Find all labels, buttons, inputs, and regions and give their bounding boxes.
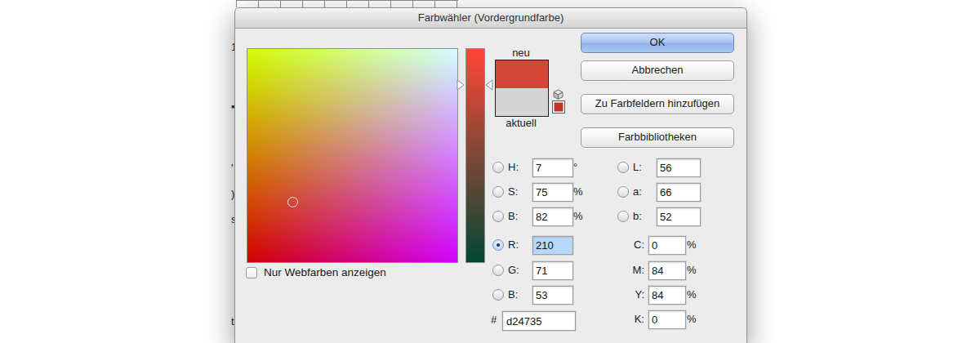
field-unit-c: %: [687, 238, 697, 251]
background-ruler: [236, 0, 458, 7]
field-unit-h: °: [573, 161, 577, 173]
radio-b[interactable]: [492, 211, 504, 222]
color-field[interactable]: [247, 48, 458, 263]
add-to-swatches-button[interactable]: Zu Farbfeldern hinzufügen: [581, 94, 734, 114]
field-input-b[interactable]: [532, 207, 573, 226]
field-label-h: H:: [508, 161, 519, 173]
new-color-swatch: [496, 60, 548, 88]
cancel-button[interactable]: Abbrechen: [581, 60, 734, 81]
radio-b2[interactable]: [492, 289, 504, 301]
field-input-l[interactable]: [657, 158, 701, 177]
color-libraries-button[interactable]: Farbbibliotheken: [581, 127, 734, 148]
hex-input[interactable]: [502, 311, 576, 331]
radio-h[interactable]: [492, 162, 504, 173]
dialog-titlebar[interactable]: Farbwähler (Vordergrundfarbe): [235, 8, 746, 29]
field-label-l: L:: [633, 161, 642, 173]
web-colors-label: Nur Webfarben anzeigen: [264, 266, 386, 278]
field-label-r: R:: [508, 238, 519, 251]
field-unit-b: %: [573, 210, 583, 222]
radio-r[interactable]: [492, 239, 504, 251]
field-input-s[interactable]: [532, 183, 573, 202]
slider-arrow-left-icon[interactable]: [485, 79, 493, 91]
field-input-y[interactable]: [648, 286, 686, 305]
radio-l[interactable]: [617, 162, 629, 173]
color-comparison-swatch: [495, 60, 549, 117]
hex-prefix-label: #: [491, 314, 497, 326]
ok-button[interactable]: OK: [581, 33, 734, 53]
field-label-g: G:: [508, 264, 519, 276]
field-label-lab-b: b:: [633, 210, 642, 222]
dialog-title: Farbwähler (Vordergrundfarbe): [418, 11, 564, 24]
color-slider[interactable]: [466, 48, 485, 263]
field-label-s: S:: [508, 185, 518, 198]
gamut-color-swatch[interactable]: [552, 100, 565, 114]
field-input-g[interactable]: [532, 261, 573, 280]
color-field-marker[interactable]: [287, 197, 298, 207]
color-picker-dialog: Farbwähler (Vordergrundfarbe) neu aktuel…: [234, 7, 747, 343]
field-label-b2: B:: [508, 288, 518, 301]
new-color-label: neu: [495, 47, 547, 59]
current-color-label: aktuell: [495, 117, 547, 129]
field-unit-k: %: [687, 313, 697, 325]
radio-a[interactable]: [617, 186, 629, 198]
radio-lab-b[interactable]: [617, 211, 629, 222]
field-input-h[interactable]: [532, 158, 573, 177]
field-input-m[interactable]: [648, 261, 686, 280]
color-field-gradient: [247, 49, 457, 262]
field-input-lab-b[interactable]: [657, 207, 701, 226]
field-label-c: C:: [617, 238, 644, 251]
field-input-a[interactable]: [657, 183, 701, 202]
radio-g[interactable]: [492, 265, 504, 276]
field-label-m: M:: [617, 264, 644, 276]
field-input-r[interactable]: [532, 236, 573, 255]
current-color-swatch[interactable]: [496, 88, 548, 116]
field-unit-m: %: [687, 264, 697, 276]
field-unit-y: %: [687, 288, 697, 301]
radio-s[interactable]: [492, 186, 504, 198]
web-colors-checkbox[interactable]: [246, 267, 257, 278]
field-label-k: K:: [617, 313, 644, 325]
field-label-y: Y:: [617, 288, 644, 301]
field-label-b: B:: [508, 210, 518, 222]
field-input-b2[interactable]: [532, 286, 573, 305]
cube-icon[interactable]: [553, 88, 564, 99]
field-label-a: a:: [633, 185, 642, 198]
field-input-k[interactable]: [648, 310, 686, 329]
field-unit-s: %: [573, 185, 583, 198]
field-input-c[interactable]: [648, 236, 686, 255]
slider-arrow-right-icon[interactable]: [457, 79, 465, 91]
